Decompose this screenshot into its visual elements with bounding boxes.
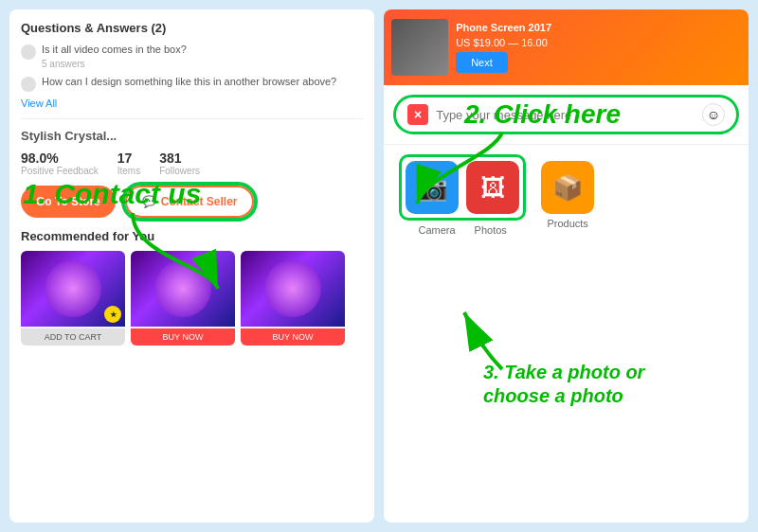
products-icon: 📦: [552, 173, 583, 203]
chat-icon: 💬: [142, 195, 156, 208]
camera-label: Camera: [418, 224, 455, 236]
seller-name: Stylish Crystal...: [21, 129, 363, 143]
product-img-inner-3: [264, 260, 321, 317]
banner-image: [391, 19, 448, 76]
qa-icon-1: [21, 44, 36, 60]
camera-photos-group: 📷 🖼: [399, 154, 526, 221]
stat-items: 17 Items: [117, 151, 140, 176]
qa-question-1: Is it all video comes in the box?: [42, 43, 187, 57]
qa-answer-1: 5 answers: [42, 59, 187, 69]
photos-button[interactable]: 🖼: [466, 161, 519, 214]
message-area: × ☺: [384, 85, 749, 145]
stat-items-label: Items: [117, 166, 140, 176]
emoji-button[interactable]: ☺: [702, 103, 725, 126]
qa-icon-2: [21, 77, 36, 92]
product-card-2: BUY NOW: [131, 251, 235, 346]
stat-feedback-label: Positive Feedback: [21, 166, 99, 176]
stat-feedback: 98.0% Positive Feedback: [21, 151, 99, 176]
qa-item-2: How can I design something like this in …: [21, 75, 363, 92]
product-banner: Phone Screen 2017 US $19.00 — 16.00 Next: [384, 9, 749, 85]
go-to-store-button[interactable]: Go To Store: [21, 186, 116, 218]
seller-section: Stylish Crystal... 98.0% Positive Feedba…: [21, 129, 363, 346]
banner-title: Phone Screen 2017: [456, 22, 741, 33]
stat-feedback-value: 98.0%: [21, 151, 99, 166]
seller-buttons: Go To Store 💬 Contact Seller: [21, 186, 363, 218]
product-img-1: ★: [21, 251, 125, 327]
close-icon: ×: [414, 107, 422, 122]
photos-icon: 🖼: [480, 173, 505, 203]
product-badge-1: ★: [104, 306, 121, 323]
emoji-icon: ☺: [707, 107, 720, 122]
left-panel: Questions & Answers (2) Is it all video …: [9, 9, 374, 523]
qa-title: Questions & Answers (2): [21, 21, 363, 35]
banner-info: Phone Screen 2017 US $19.00 — 16.00 Next: [456, 22, 741, 73]
qa-question-2: How can I design something like this in …: [42, 75, 336, 89]
product-img-inner-2: [154, 260, 211, 317]
banner-next-button[interactable]: Next: [456, 52, 508, 73]
close-button[interactable]: ×: [407, 104, 428, 125]
seller-stats: 98.0% Positive Feedback 17 Items 381 Fol…: [21, 151, 363, 176]
product-card-1: ★ ADD TO CART: [21, 251, 125, 346]
stat-items-value: 17: [117, 151, 140, 166]
qa-item-1: Is it all video comes in the box? 5 answ…: [21, 43, 363, 69]
buy-now-btn-2[interactable]: BUY NOW: [131, 328, 235, 346]
products-button[interactable]: 📦: [541, 161, 594, 214]
add-to-cart-btn-1[interactable]: ADD TO CART: [21, 328, 125, 346]
recommended-title: Recommended for You: [21, 229, 363, 243]
product-img-2: [131, 251, 235, 327]
products-label: Products: [547, 218, 587, 229]
stat-followers: 381 Followers: [159, 151, 200, 176]
stat-followers-value: 381: [159, 151, 200, 166]
camera-button[interactable]: 📷: [406, 161, 459, 214]
product-card-3: BUY NOW: [241, 251, 345, 346]
camera-icon: 📷: [417, 173, 447, 203]
qa-section: Questions & Answers (2) Is it all video …: [21, 21, 363, 119]
message-input-row: × ☺: [393, 95, 739, 134]
product-img-3: [241, 251, 345, 327]
stat-followers-label: Followers: [159, 166, 200, 176]
message-input[interactable]: [436, 108, 695, 122]
product-grid: ★ ADD TO CART BUY NOW BUY NOW: [21, 251, 363, 346]
product-img-inner-1: [45, 260, 101, 317]
view-all-link[interactable]: View All: [21, 98, 363, 109]
right-panel: Phone Screen 2017 US $19.00 — 16.00 Next…: [384, 9, 749, 523]
photos-label: Photos: [475, 224, 507, 236]
buy-now-btn-3[interactable]: BUY NOW: [241, 328, 345, 346]
contact-seller-button[interactable]: 💬 Contact Seller: [125, 186, 255, 218]
banner-price: US $19.00 — 16.00: [456, 37, 741, 48]
